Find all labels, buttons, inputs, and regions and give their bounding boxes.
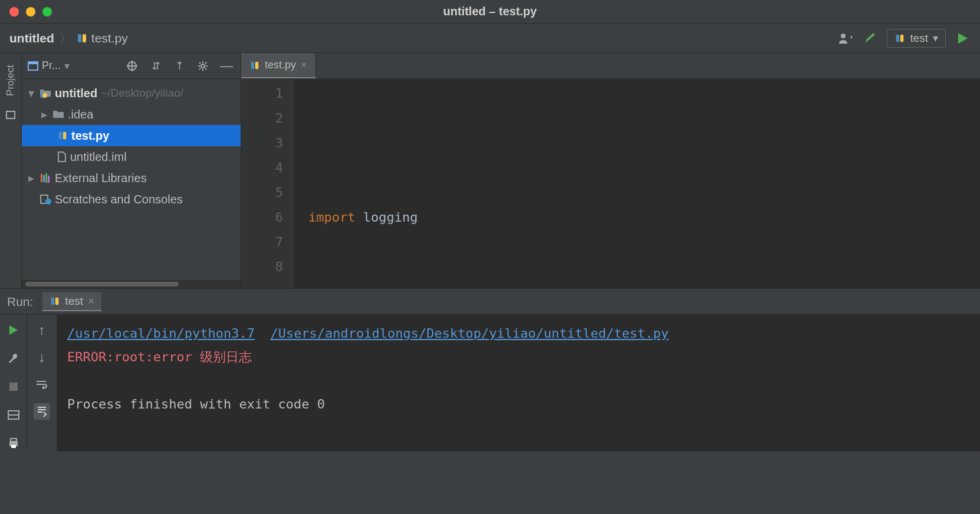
up-arrow-icon[interactable]: ↑ — [34, 322, 50, 338]
svg-point-13 — [42, 93, 47, 98]
run-config-selector[interactable]: test ▾ — [887, 29, 946, 48]
project-scrollbar[interactable] — [22, 280, 241, 288]
scrollbar-thumb[interactable] — [25, 282, 179, 286]
code-editor[interactable]: 1 2 3 4 5 6 7 8 import logging logging.e… — [241, 79, 980, 288]
libraries-icon — [40, 173, 51, 183]
line-number: 1 — [241, 81, 283, 106]
chevron-down-icon: ▾ — [933, 32, 938, 45]
python-file-icon — [57, 130, 68, 141]
close-icon[interactable]: × — [301, 59, 307, 71]
stop-button[interactable] — [5, 378, 22, 395]
window-title: untitled – test.py — [0, 5, 980, 18]
close-icon[interactable]: × — [88, 295, 94, 308]
tree-item-label: .idea — [68, 104, 93, 125]
run-toolwindow-header: Run: test × — [0, 289, 980, 315]
run-body: ↑ ↓ /usr/local/bin/python3.7 /Users/andr… — [0, 315, 980, 452]
console-line: /usr/local/bin/python3.7 /Users/androidl… — [67, 322, 969, 345]
editor-tab-testpy[interactable]: test.py × — [241, 53, 316, 78]
line-number: 3 — [241, 131, 283, 156]
code-line[interactable] — [308, 255, 548, 279]
chevron-down-icon: ▾ — [64, 60, 70, 73]
locate-icon[interactable] — [124, 58, 140, 74]
editor-tabs: test.py × — [241, 53, 980, 79]
add-user-button[interactable] — [837, 30, 854, 47]
tree-external-libraries[interactable]: ▸ External Libraries — [22, 167, 241, 189]
folder-icon — [40, 88, 51, 98]
code-content[interactable]: import logging logging.error("error 级别日志… — [293, 79, 548, 288]
rerun-button[interactable] — [5, 322, 22, 338]
svg-rect-18 — [45, 173, 47, 183]
project-panel-title[interactable]: Pr... ▾ — [28, 60, 120, 73]
breadcrumb-file[interactable]: test.py — [76, 31, 128, 45]
build-button[interactable] — [862, 30, 879, 47]
project-panel: Pr... ▾ ⇵ ⤒ — ▾ untitled ~/Desktop/yilia… — [22, 53, 241, 288]
python-file-icon — [50, 296, 60, 307]
breadcrumb-separator: 〉 — [59, 30, 71, 47]
run-config-name: test — [910, 32, 928, 45]
svg-point-21 — [45, 199, 51, 205]
breadcrumb-project[interactable]: untitled — [9, 31, 54, 45]
console-exit-line: Process finished with exit code 0 — [67, 393, 969, 416]
code-line[interactable]: import logging — [308, 205, 548, 230]
line-number: 8 — [241, 255, 283, 279]
chevron-down-icon: ▾ — [27, 83, 36, 104]
project-icon — [28, 61, 38, 71]
svg-rect-17 — [43, 175, 45, 182]
run-tab-label: test — [65, 295, 83, 308]
svg-rect-0 — [78, 34, 81, 42]
line-number: 2 — [241, 106, 283, 131]
svg-rect-7 — [28, 62, 38, 64]
tree-root-path: ~/Desktop/yiliao/ — [101, 83, 183, 104]
titlebar: untitled – test.py — [0, 0, 980, 24]
run-label: Run: — [7, 295, 33, 309]
close-window-button[interactable] — [9, 7, 19, 17]
code-line[interactable] — [308, 156, 548, 180]
scratches-icon — [40, 194, 51, 205]
down-arrow-icon[interactable]: ↓ — [34, 349, 50, 365]
project-panel-actions: ⇵ ⤒ — — [124, 58, 235, 74]
python-file-icon — [895, 33, 905, 44]
maximize-window-button[interactable] — [42, 7, 52, 17]
line-number: 4 — [241, 156, 283, 180]
tree-idea-folder[interactable]: ▸ .idea — [22, 104, 241, 125]
svg-rect-4 — [900, 34, 903, 42]
wrench-icon[interactable] — [5, 350, 22, 367]
tree-file-iml[interactable]: untitled.iml — [22, 146, 241, 167]
console-error-line: ERROR:root:error 级别日志 — [67, 345, 969, 369]
console-link[interactable]: /usr/local/bin/python3.7 — [67, 326, 255, 341]
minimize-window-button[interactable] — [26, 7, 35, 17]
tree-file-testpy[interactable]: test.py — [22, 125, 241, 146]
project-toolwindow-tab[interactable]: Project — [2, 60, 19, 101]
run-tab-test[interactable]: test × — [42, 292, 101, 311]
hide-panel-icon[interactable]: — — [218, 58, 235, 74]
tree-project-root[interactable]: ▾ untitled ~/Desktop/yiliao/ — [22, 83, 241, 104]
run-sidebar-2: ↑ ↓ — [27, 315, 57, 452]
svg-point-2 — [841, 34, 846, 38]
gear-icon[interactable] — [195, 58, 211, 74]
console-link[interactable]: /Users/androidlongs/Desktop/yiliao/untit… — [270, 326, 669, 341]
expand-all-icon[interactable]: ⇵ — [147, 58, 164, 74]
run-button[interactable] — [954, 30, 971, 47]
print-icon[interactable] — [5, 435, 22, 452]
file-icon — [57, 151, 67, 162]
soft-wrap-icon[interactable] — [34, 376, 50, 393]
breadcrumb: untitled 〉 test.py — [9, 30, 128, 47]
collapse-all-icon[interactable]: ⤒ — [171, 58, 188, 74]
code-line[interactable] — [308, 106, 548, 131]
svg-rect-22 — [251, 61, 254, 69]
project-panel-header: Pr... ▾ ⇵ ⤒ — — [22, 53, 241, 79]
console-blank-line — [67, 369, 969, 393]
svg-rect-1 — [83, 34, 86, 42]
svg-rect-16 — [41, 174, 42, 182]
svg-point-11 — [201, 64, 205, 68]
svg-rect-19 — [48, 176, 50, 183]
layout-icon[interactable] — [5, 407, 22, 423]
svg-rect-30 — [11, 439, 17, 441]
svg-rect-31 — [11, 445, 16, 448]
run-console[interactable]: /usr/local/bin/python3.7 /Users/androidl… — [57, 315, 980, 452]
tree-item-label: test.py — [71, 125, 109, 146]
structure-icon[interactable] — [5, 109, 17, 124]
scroll-to-end-icon[interactable] — [34, 403, 50, 420]
chevron-right-icon: ▸ — [27, 167, 36, 189]
tree-scratches[interactable]: Scratches and Consoles — [22, 189, 241, 210]
